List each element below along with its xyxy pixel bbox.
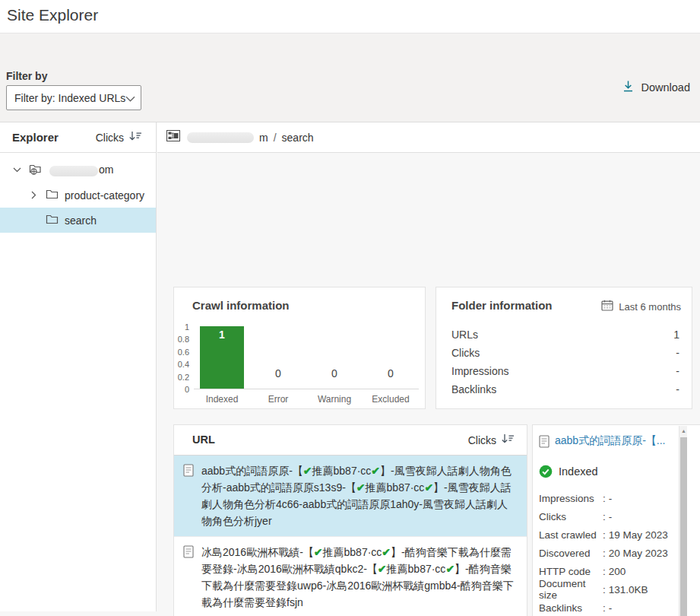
detail-stat-row: Impressions:-: [539, 489, 678, 507]
x-category-label: Excluded: [372, 394, 409, 405]
stat-value: 20 May 2023: [609, 548, 668, 559]
check-icon: ✔: [445, 563, 455, 575]
breadcrumb-separator: /: [274, 132, 277, 144]
download-icon: [622, 80, 635, 95]
detail-scrollbar[interactable]: ▲ ▼: [679, 426, 687, 616]
check-circle-icon: [539, 465, 553, 478]
stat-label: HTTP code: [539, 566, 603, 577]
y-tick-label: 0.4: [178, 360, 189, 369]
stat-label: Document size: [539, 578, 603, 601]
stat-value: -: [609, 602, 613, 614]
stat-label: URLs: [451, 329, 478, 341]
url-detail-panel: aabb式的詞語原原-【... Indexed Impressions:- Cl…: [532, 424, 700, 616]
check-icon: ✔: [378, 563, 387, 575]
folder-icon: [46, 189, 59, 202]
stat-value: -: [676, 383, 679, 395]
folder-information-card: Folder information Last 6 months URLs1 C…: [436, 287, 692, 409]
tree-item-label: search: [65, 214, 97, 227]
page-header: Site Explorer: [0, 0, 700, 33]
check-icon: ✔: [314, 546, 323, 558]
filter-dropdown[interactable]: Filter by: Indexed URLs: [6, 85, 141, 110]
url-table: URL Clicks aabb式的詞語原原-【✔推薦bb87·cc✔】-風雪夜歸…: [173, 424, 527, 616]
index-status-label: Indexed: [559, 465, 598, 478]
breadcrumb-current[interactable]: search: [282, 132, 314, 144]
download-button[interactable]: Download: [622, 80, 691, 95]
redacted-domain[interactable]: [187, 132, 254, 143]
crawl-card-title: Crawl information: [192, 299, 290, 312]
page-title: Site Explorer: [7, 6, 98, 24]
download-label: Download: [641, 81, 691, 94]
document-icon: [539, 435, 550, 451]
clicks-sort-button[interactable]: Clicks: [468, 433, 515, 446]
explorer-header: Explorer Clicks: [0, 122, 156, 153]
sitemap-icon: [166, 130, 180, 144]
url-table-header: URL Clicks: [174, 425, 527, 456]
detail-stat-row: Discovered:20 May 2023: [539, 544, 678, 562]
stat-label: Backlinks: [539, 602, 603, 614]
bar-value-label: 0: [388, 367, 394, 379]
detail-stat-row: Document size:131.0KB: [539, 580, 678, 599]
filter-band: Filter by Filter by: Indexed URLs Downlo…: [0, 34, 700, 122]
check-icon: ✔: [356, 481, 366, 494]
folder-icon: [46, 214, 59, 227]
check-icon: ✔: [424, 481, 433, 494]
explorer-tree: om product-category search: [0, 153, 156, 233]
check-icon: ✔: [303, 465, 312, 477]
x-category-label: Indexed: [206, 394, 239, 405]
tree-item-product-category[interactable]: product-category: [0, 183, 156, 208]
chevron-down-icon[interactable]: [12, 167, 21, 173]
stat-value: 131.0KB: [609, 584, 648, 595]
explorer-title: Explorer: [12, 131, 59, 144]
stat-label: Impressions: [539, 493, 603, 504]
document-icon: [183, 464, 194, 480]
crawl-information-card: Crawl information 00.20.40.60.81 Indexed…: [173, 287, 426, 409]
stat-value: -: [609, 493, 613, 504]
x-category-label: Error: [268, 394, 289, 405]
tree-root-site[interactable]: om: [0, 157, 156, 183]
url-text: 冰島2016歐洲杯戰績-【✔推薦bb87·cc✔】-酷狗音樂下載為什麼需要登錄-…: [201, 544, 518, 611]
chart-y-axis: 00.20.40.60.81: [174, 327, 192, 389]
stat-label: Clicks: [539, 511, 603, 522]
stat-value: -: [609, 511, 613, 522]
main-panel: Explorer Clicks om: [0, 122, 700, 616]
breadcrumb-path: m / search: [187, 132, 314, 144]
stat-label: Discovered: [539, 548, 603, 559]
url-row[interactable]: 冰島2016歐洲杯戰績-【✔推薦bb87·cc✔】-酷狗音樂下載為什麼需要登錄-…: [174, 537, 527, 616]
url-text: aabb式的詞語原原-【✔推薦bb87·cc✔】-風雪夜歸人話劇人物角色分析-a…: [201, 462, 518, 529]
date-range[interactable]: Last 6 months: [601, 300, 681, 313]
folder-stat-row: Impressions-: [451, 362, 679, 380]
url-column-header: URL: [192, 433, 215, 446]
stat-value: 19 May 2023: [609, 529, 668, 541]
folder-card-title: Folder information: [451, 299, 553, 312]
detail-url-title: aabb式的詞語原原-【...: [539, 434, 678, 451]
detail-stat-row: Backlinks:-: [539, 599, 678, 616]
scrollbar-thumb[interactable]: [680, 437, 687, 616]
detail-url-link[interactable]: aabb式的詞語原原-【...: [555, 434, 665, 448]
y-tick-label: 0.6: [178, 348, 189, 357]
filter-dropdown-value: Filter by: Indexed URLs: [14, 92, 125, 104]
stat-label: Last crawled: [539, 529, 603, 541]
url-row[interactable]: aabb式的詞語原原-【✔推薦bb87·cc✔】-風雪夜歸人話劇人物角色分析-a…: [174, 456, 527, 537]
clicks-sort-label: Clicks: [468, 434, 496, 446]
folder-stat-row: URLs1: [451, 325, 679, 344]
sort-descending-icon: [501, 433, 515, 446]
y-tick-label: 0.2: [178, 373, 189, 382]
tree-root-label: om: [49, 164, 113, 176]
stat-value: -: [676, 347, 679, 359]
sort-descending-icon: [128, 131, 142, 144]
folder-stat-row: Clicks-: [451, 344, 679, 362]
scroll-up-icon[interactable]: ▲: [679, 428, 688, 433]
stat-label: Clicks: [451, 347, 480, 359]
site-explorer-page: Site Explorer Filter by Filter by: Index…: [0, 0, 700, 616]
explorer-sort-clicks[interactable]: Clicks: [96, 131, 142, 144]
site-root-icon: [29, 163, 43, 178]
y-tick-label: 0.8: [178, 335, 189, 344]
chevron-right-icon[interactable]: [29, 191, 38, 199]
tree-item-label: product-category: [65, 189, 144, 202]
filter-by-label: Filter by: [6, 70, 47, 82]
y-tick-label: 0: [185, 385, 189, 394]
breadcrumb-domain-suffix[interactable]: m: [259, 132, 268, 144]
folder-stats: URLs1 Clicks- Impressions- Backlinks-: [451, 325, 679, 398]
stat-value: -: [676, 365, 679, 377]
tree-item-search[interactable]: search: [0, 208, 156, 233]
